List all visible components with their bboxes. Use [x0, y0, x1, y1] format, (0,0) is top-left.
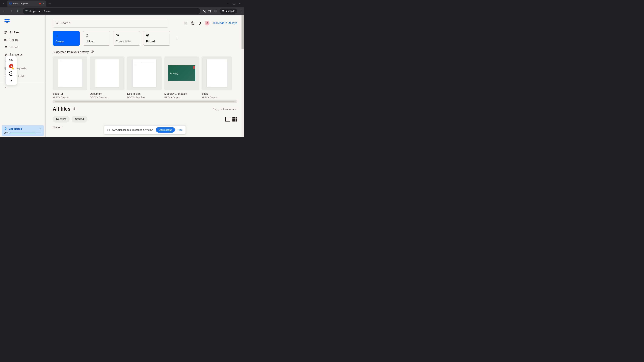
bookmark-star-icon[interactable] — [208, 9, 212, 13]
side-panel-icon[interactable] — [214, 9, 217, 13]
close-window-button[interactable]: ✕ — [239, 2, 241, 5]
card-meta: XLSX • Dropbox — [202, 96, 232, 99]
create-folder-button[interactable]: Create folder — [113, 31, 140, 45]
hide-share-bar-button[interactable]: Hide — [178, 129, 183, 131]
new-tab-button[interactable]: ＋ — [48, 1, 52, 6]
incognito-label: Incognito — [226, 10, 235, 12]
tab-strip: Files - Dropbox ✕ ＋ — ▢ ✕ — [0, 0, 244, 7]
tab-title: Files - Dropbox — [13, 2, 38, 5]
sidebar-item-all-files[interactable]: All files — [0, 29, 46, 36]
svg-point-32 — [74, 108, 74, 109]
upload-button[interactable]: Upload — [83, 31, 110, 45]
files-heading: All files — [53, 106, 70, 112]
back-button[interactable] — [2, 8, 7, 13]
user-avatar[interactable]: LD — [205, 21, 210, 25]
extension-off-icon[interactable] — [202, 9, 206, 13]
svg-point-17 — [184, 22, 185, 22]
suggested-card[interactable]: . . . . Book (1) XLSX • Dropbox — [53, 56, 87, 99]
upload-icon — [86, 34, 107, 37]
sidebar-item-label: Shared — [10, 46, 18, 49]
files-header: All files Only you have access — [53, 106, 237, 112]
svg-rect-7 — [4, 31, 6, 32]
card-thumbnail — [127, 56, 162, 90]
notifications-button[interactable] — [198, 21, 202, 25]
horizontal-scrollbar[interactable]: ◂ ▸ — [53, 100, 237, 103]
plus-icon: ＋ — [56, 34, 77, 38]
search-input[interactable]: Search — [53, 19, 168, 27]
scrollbar-thumb[interactable] — [55, 101, 234, 102]
incognito-icon — [222, 9, 224, 12]
doc-preview — [206, 59, 227, 87]
create-folder-label: Create folder — [116, 40, 137, 43]
list-view-button[interactable] — [226, 117, 230, 121]
record-icon — [146, 34, 168, 37]
stop-sharing-button[interactable]: Stop sharing — [156, 127, 175, 133]
dropbox-app: All files Photos Shared Signatures Sent … — [0, 15, 244, 137]
card-title: Document — [90, 92, 124, 95]
doc-preview: . . . . — [58, 59, 82, 87]
browser-tab[interactable]: Files - Dropbox ✕ — [8, 0, 46, 6]
recording-close-button[interactable]: ✕ — [10, 79, 12, 82]
create-button[interactable]: ＋ Create — [53, 31, 80, 45]
scrollbar-thumb[interactable] — [242, 15, 244, 49]
browser-menu-button[interactable]: ⋮ — [240, 9, 242, 13]
tab-search-dropdown[interactable] — [1, 1, 6, 6]
progress-bar — [10, 133, 42, 133]
sort-ascending-icon — [61, 126, 64, 129]
suggested-card[interactable]: Book XLSX • Dropbox — [202, 56, 232, 99]
trial-link[interactable]: Trial ends in 29 days — [212, 22, 237, 25]
svg-rect-0 — [26, 10, 28, 10]
grid-view-button[interactable] — [232, 117, 237, 121]
upload-label: Upload — [86, 40, 107, 43]
tab-close-button[interactable]: ✕ — [42, 2, 44, 5]
get-started-panel[interactable]: Get started 80% — [2, 125, 44, 136]
recording-stop-button[interactable]: 👆 — [9, 64, 14, 68]
action-buttons: ＋ Create Upload Create folder Record ⋮ — [53, 31, 237, 45]
svg-rect-2 — [26, 11, 27, 12]
svg-line-16 — [58, 24, 58, 24]
scroll-left-arrow[interactable]: ◂ — [53, 101, 55, 103]
toolbar-right: Incognito ⋮ — [202, 8, 242, 13]
tab-recents[interactable]: Recents — [53, 116, 70, 122]
tab-starred[interactable]: Starred — [72, 116, 88, 122]
page-scrollbar[interactable] — [242, 15, 244, 137]
maximize-button[interactable]: ▢ — [233, 2, 235, 5]
sidebar-expand-toggle[interactable] — [0, 85, 46, 91]
rocket-icon — [4, 127, 7, 130]
dropbox-logo-icon[interactable] — [4, 19, 10, 23]
recording-timer: 0:13 — [9, 59, 13, 61]
browser-toolbar: dropbox.com/home Incognito ⋮ — [0, 7, 244, 15]
hide-suggested-button[interactable] — [90, 50, 94, 54]
card-meta: DOCX • Dropbox — [90, 96, 124, 99]
record-button[interactable]: Record — [143, 31, 170, 45]
sidebar-item-label: Signatures — [10, 53, 23, 56]
minimize-button[interactable]: — — [227, 2, 229, 5]
card-meta: DOCX • Dropbox — [127, 96, 162, 99]
forward-button[interactable] — [9, 8, 14, 13]
more-actions-button[interactable]: ⋮ — [176, 36, 179, 40]
shared-icon — [4, 45, 8, 49]
recording-pause-button[interactable]: ⏸ — [9, 71, 14, 76]
suggested-card[interactable]: Document DOCX • Dropbox — [90, 56, 124, 99]
share-message: www.dropbox.com is sharing a window. — [112, 129, 153, 131]
apps-grid-button[interactable] — [184, 21, 188, 25]
scroll-right-arrow[interactable]: ▸ — [235, 101, 237, 103]
search-placeholder: Search — [60, 21, 70, 25]
card-thumbnail — [202, 56, 232, 90]
gear-icon — [72, 107, 76, 110]
folder-settings-button[interactable] — [72, 107, 76, 111]
sidebar: All files Photos Shared Signatures Sent … — [0, 15, 46, 137]
suggested-card[interactable]: Moodjoy Moodjoy ...entation PPTX • Dropb… — [164, 56, 199, 99]
sidebar-item-photos[interactable]: Photos — [0, 36, 46, 43]
suggested-card[interactable]: Doc to sign DOCX • Dropbox — [127, 56, 162, 99]
sidebar-item-shared[interactable]: Shared — [0, 43, 46, 51]
svg-point-30 — [147, 35, 148, 36]
reload-button[interactable] — [16, 8, 21, 13]
incognito-indicator[interactable]: Incognito — [220, 8, 237, 13]
svg-point-12 — [5, 46, 6, 47]
share-pause-icon[interactable]: ▮▮ — [107, 129, 110, 131]
card-meta: XLSX • Dropbox — [53, 96, 87, 99]
help-button[interactable] — [191, 21, 195, 25]
address-bar[interactable]: dropbox.com/home — [23, 8, 200, 14]
apps-grid-icon — [184, 21, 187, 25]
